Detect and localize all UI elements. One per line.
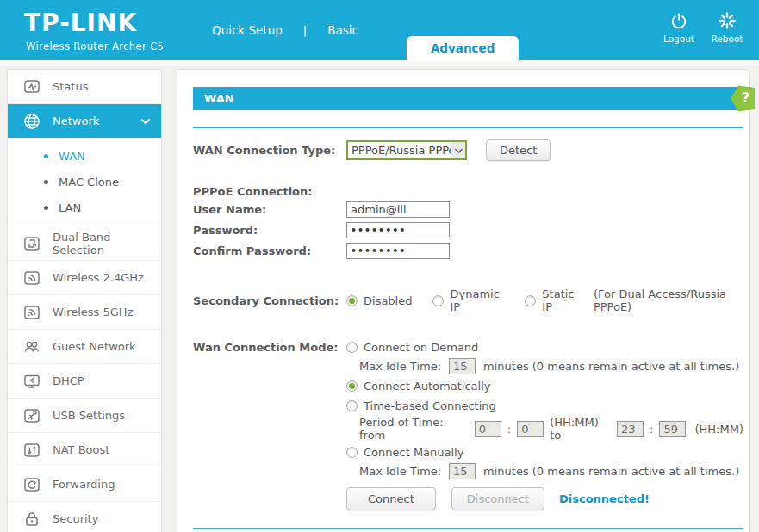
logout-button[interactable]: Logout [659, 11, 699, 44]
wan-settings-form: WAN Connection Type: PPPoE/Russia PPPo D… [177, 139, 749, 510]
lock-icon [22, 510, 41, 529]
password-label: Password: [193, 224, 346, 237]
radio-dynamic-ip[interactable] [432, 295, 444, 306]
sidebar-item-label: Forwarding [53, 478, 115, 491]
router-model-label: Wireless Router Archer C5 [26, 40, 164, 53]
dual-band-icon [22, 234, 41, 253]
bullet-icon [44, 154, 48, 158]
wan-connection-type-label: WAN Connection Type: [193, 144, 346, 157]
reboot-label: Reboot [712, 34, 743, 44]
reboot-button[interactable]: Reboot [707, 11, 747, 44]
max-idle-time-field[interactable] [449, 358, 476, 374]
sidebar-item-security[interactable]: Security [8, 502, 161, 532]
radio-time-based-label[interactable]: Time-based Connecting [364, 399, 496, 412]
wifi-icon [22, 269, 41, 288]
period-to-minute-field[interactable] [659, 421, 686, 437]
sidebar-item-dual-band[interactable]: Dual Band Selection [8, 226, 161, 261]
disconnect-button[interactable]: Disconnect [451, 487, 544, 510]
divider-bottom [193, 528, 743, 529]
sidebar-item-wireless-24[interactable]: Wireless 2.4GHz [8, 261, 161, 295]
header-shadow-strip [0, 60, 759, 66]
header-actions: Logout Reboot [659, 11, 747, 44]
brand-logo: TP-LINK [24, 9, 137, 37]
radio-connect-on-demand-label[interactable]: Connect on Demand [364, 341, 478, 354]
sidebar-subitem-lan[interactable]: LAN [8, 195, 161, 220]
wan-connection-mode-label: Wan Connection Mode: [193, 338, 346, 354]
pppoe-connection-heading: PPPoE Connection: [193, 185, 312, 198]
period-from-hour-field[interactable] [475, 421, 501, 437]
sidebar-item-usb-settings[interactable]: USB Settings [8, 399, 161, 433]
radio-connect-automatically-label[interactable]: Connect Automatically [364, 380, 490, 393]
sidebar-item-forwarding[interactable]: Forwarding [8, 467, 161, 502]
sidebar-item-label: DHCP [53, 374, 84, 387]
select-value: PPPoE/Russia PPPo [348, 142, 451, 158]
bullet-icon [44, 206, 48, 210]
subitem-label: WAN [59, 150, 85, 163]
max-idle-time2-field[interactable] [449, 463, 476, 479]
sidebar-item-label: USB Settings [53, 409, 125, 422]
max-idle-time2-suffix: minutes (0 means remain active at all ti… [483, 465, 739, 478]
username-field[interactable] [346, 201, 450, 218]
subitem-label: MAC Clone [59, 176, 119, 189]
chevron-down-icon [140, 116, 151, 127]
period-from-minute-field[interactable] [517, 421, 544, 437]
help-icon[interactable]: ? [731, 85, 755, 112]
page-title: WAN [204, 92, 234, 105]
sidebar-item-dhcp[interactable]: DHCP [8, 364, 161, 399]
dropdown-arrow-icon [451, 142, 465, 158]
logout-label: Logout [663, 34, 694, 44]
radio-connect-on-demand[interactable] [346, 342, 358, 353]
globe-icon [22, 112, 41, 131]
connect-button[interactable]: Connect [346, 487, 436, 510]
time-colon: : [507, 423, 511, 436]
sidebar-item-guest-network[interactable]: Guest Network [8, 330, 161, 364]
sidebar-item-label: Network [53, 114, 99, 127]
radio-disabled-label[interactable]: Disabled [364, 294, 412, 307]
network-submenu: WAN MAC Clone LAN [8, 139, 161, 226]
sidebar-item-network[interactable]: Network [8, 104, 161, 139]
tab-quick-setup[interactable]: Quick Setup [191, 23, 303, 37]
radio-static-ip[interactable] [525, 295, 536, 306]
sidebar-subitem-mac-clone[interactable]: MAC Clone [8, 169, 161, 195]
sidebar-item-label: Dual Band Selection [53, 231, 161, 257]
radio-connect-automatically[interactable] [346, 380, 358, 392]
sidebar-item-label: Wireless 2.4GHz [53, 271, 144, 284]
wan-connection-type-select[interactable]: PPPoE/Russia PPPo [346, 140, 467, 160]
dhcp-icon [22, 372, 41, 391]
sidebar-item-nat-boost[interactable]: NAT Boost [8, 433, 161, 467]
sidebar-item-status[interactable]: Status [8, 70, 161, 104]
radio-disabled[interactable] [346, 295, 358, 306]
radio-time-based[interactable] [346, 400, 358, 411]
sidebar-item-label: Security [53, 512, 98, 525]
max-idle-time-suffix: minutes (0 means remain active at all ti… [483, 360, 739, 373]
forwarding-icon [22, 475, 41, 494]
tab-basic[interactable]: Basic [307, 23, 379, 37]
sidebar-item-label: Wireless 5GHz [53, 306, 133, 319]
power-icon [669, 11, 688, 30]
sidebar-item-label: NAT Boost [53, 443, 109, 456]
sidebar-item-wireless-5[interactable]: Wireless 5GHz [8, 295, 161, 330]
confirm-password-field[interactable] [346, 243, 450, 259]
radio-connect-manually-label[interactable]: Connect Manually [364, 446, 463, 459]
secondary-connection-label: Secondary Connection: [193, 294, 346, 307]
reboot-icon [718, 11, 737, 30]
radio-connect-manually[interactable] [346, 447, 358, 458]
period-to-hour-field[interactable] [617, 421, 644, 437]
section-titlebar: WAN ? [193, 87, 743, 110]
radio-dynamic-ip-label[interactable]: Dynamic IP [450, 288, 504, 313]
tab-advanced[interactable]: Advanced [407, 36, 519, 60]
subitem-label: LAN [59, 201, 81, 214]
password-field[interactable] [346, 222, 450, 238]
radio-static-ip-label[interactable]: Static IP [542, 288, 582, 313]
nat-boost-icon [22, 441, 41, 460]
wifi-icon [22, 303, 41, 322]
secondary-connection-note: (For Dual Access/Russia PPPoE) [594, 288, 743, 313]
main-content-panel: WAN ? WAN Connection Type: PPPoE/Russia … [177, 69, 750, 532]
sidebar-subitem-wan[interactable]: WAN [8, 143, 161, 169]
bullet-icon [44, 180, 48, 184]
sidebar-item-label: Status [53, 80, 88, 93]
detect-button[interactable]: Detect [486, 139, 551, 161]
app-header: TP-LINK Wireless Router Archer C5 Quick … [0, 0, 759, 60]
connection-status-badge: Disconnected! [559, 492, 650, 505]
guest-network-icon [22, 337, 41, 356]
